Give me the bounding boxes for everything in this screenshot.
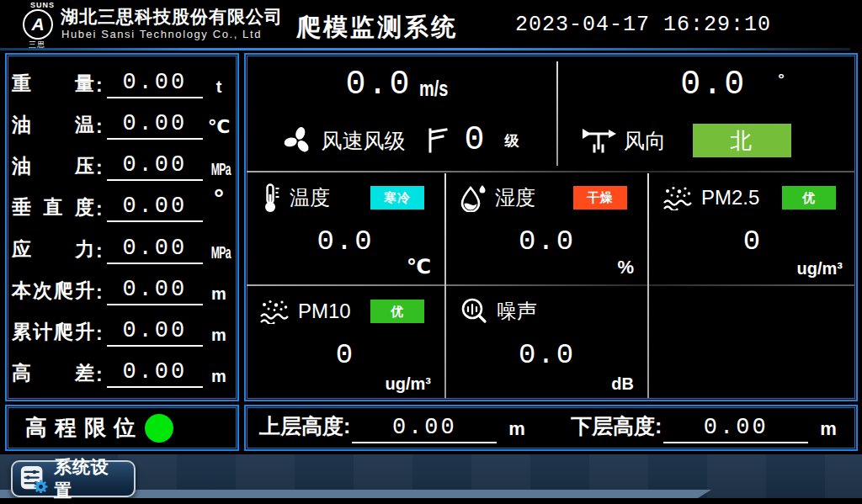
wind-direction-label: 风向 (624, 127, 666, 155)
wind-direction-section: 0.0 ° 风向 北 (558, 55, 856, 171)
wind-direction-value: 0.0 (680, 66, 746, 103)
measure-value: 0.00 (107, 361, 203, 388)
footer-bar: 系统设置 (0, 454, 862, 504)
logo-letter: A (31, 14, 44, 34)
measure-unit: ° (205, 187, 232, 215)
wind-vane-icon (580, 127, 617, 154)
wind-direction-badge: 北 (693, 124, 791, 157)
env-unit: ℃ (407, 255, 431, 279)
wind-direction-unit: ° (778, 70, 785, 88)
env-value: 0.0 (247, 225, 443, 257)
measure-label: 累计爬升 (12, 319, 94, 350)
status-badge-temperature: 寒冷 (370, 186, 424, 210)
env-unit: dB (611, 374, 634, 394)
environment-panel: 0.0 m/s 风速风级 (244, 53, 858, 401)
measure-label: 高 差 (12, 360, 94, 391)
env-value: 0 (247, 339, 443, 371)
upper-height-group: 上层高度: 0.00 m (259, 412, 525, 443)
env-value: 0.0 (448, 339, 646, 371)
measure-unit: m (205, 326, 232, 350)
colon: : (96, 363, 103, 386)
env-unit: ug/m³ (386, 374, 431, 394)
measure-unit: m (205, 367, 232, 391)
env-cell-pm25: PM2.5 优 0 ug/m³ (651, 173, 854, 284)
status-badge-humidity: 干燥 (573, 186, 627, 210)
measure-label: 油 温 (12, 112, 94, 143)
measurements-panel: 重 量: 0.00 t 油 温: 0.00 ℃ 油 压: 0.00 MPa 垂直… (5, 53, 239, 401)
env-value: 0 (651, 225, 854, 257)
colon: : (96, 198, 103, 220)
upper-height-value: 0.00 (352, 416, 497, 443)
sliders-gear-icon (19, 464, 48, 493)
measure-row-current-climb: 本次爬升: 0.00 m (12, 270, 232, 309)
measure-unit: ℃ (205, 116, 232, 143)
particles-icon (662, 185, 693, 210)
elevation-limit-box: 高程限位 (5, 405, 239, 451)
wind-level-unit: 级 (505, 131, 519, 151)
system-settings-button[interactable]: 系统设置 (11, 460, 136, 497)
monitoring-screen: SUNS A 三思 湖北三思科技股份有限公司 Hubei Sansi Techn… (0, 0, 862, 504)
header-accent-line (0, 48, 850, 50)
fan-icon (282, 125, 314, 157)
green-circle-light (145, 414, 173, 443)
measure-row-weight: 重 量: 0.00 t (12, 63, 232, 102)
thermometer-icon (259, 183, 281, 213)
wind-speed-section: 0.0 m/s 风速风级 (246, 55, 556, 171)
measure-unit: MPa (211, 159, 227, 184)
measure-unit: MPa (211, 242, 227, 268)
wind-flag-icon (427, 127, 449, 154)
lower-height-value: 0.00 (663, 416, 808, 443)
upper-height-unit: m (508, 418, 525, 443)
env-cell-pm10: PM10 优 0 ug/m³ (247, 287, 443, 399)
lower-height-group: 下层高度: 0.00 m (571, 412, 837, 443)
measure-value: 0.00 (107, 195, 203, 222)
measure-row-verticality: 垂直度: 0.00 ° (12, 187, 232, 225)
measure-label: 重 量 (12, 71, 94, 102)
company-logo-icon: A (23, 9, 53, 40)
env-cell-noise: 噪声 0.0 dB (448, 287, 646, 399)
colon: : (96, 281, 103, 304)
status-badge-pm10: 优 (370, 300, 424, 323)
env-cell-empty (651, 287, 854, 399)
measure-label: 垂直度 (12, 194, 94, 225)
wind-speed-label: 风速风级 (321, 127, 405, 155)
env-label: 温度 (290, 184, 330, 211)
env-value: 0.0 (448, 225, 646, 257)
measure-value: 0.00 (107, 154, 203, 181)
env-unit: ug/m³ (797, 259, 843, 279)
env-unit: % (617, 257, 634, 279)
page-title: 爬模监测系统 (296, 11, 458, 45)
measure-label: 本次爬升 (12, 278, 94, 309)
wind-level-value: 0 (464, 124, 484, 157)
env-label: 湿度 (495, 184, 535, 211)
colon: : (96, 240, 103, 263)
header: SUNS A 三思 湖北三思科技股份有限公司 Hubei Sansi Techn… (0, 0, 862, 48)
env-label: PM2.5 (701, 186, 759, 210)
measure-unit: m (205, 284, 232, 309)
measure-value: 0.00 (107, 113, 203, 140)
measure-unit: t (205, 77, 232, 102)
measure-value: 0.00 (107, 237, 203, 264)
company-name-en: Hubei Sansi Technology Co., Ltd (61, 28, 262, 40)
particles-icon (259, 299, 290, 324)
measure-label: 油 压 (12, 153, 94, 184)
elevation-limit-label: 高程限位 (25, 413, 143, 443)
measure-row-stress: 应 力: 0.00 MPa (12, 229, 232, 268)
company-name-cn: 湖北三思科技股份有限公司 (61, 5, 283, 29)
settings-button-label: 系统设置 (54, 455, 127, 502)
measure-value: 0.00 (107, 72, 203, 98)
grid-divider-horizontal-1 (247, 171, 855, 172)
lower-height-unit: m (820, 418, 837, 443)
logo-brand-top: SUNS (30, 1, 55, 9)
grid-divider-vertical-1 (444, 173, 446, 398)
measure-label: 应 力 (12, 236, 94, 268)
wind-speed-value: 0.0 (345, 66, 411, 103)
measure-row-height-diff: 高 差: 0.00 m (12, 353, 232, 391)
colon: : (96, 322, 103, 345)
lower-height-label: 下层高度: (571, 412, 662, 443)
measure-value: 0.00 (107, 320, 203, 347)
datetime-display: 2023-04-17 16:29:10 (515, 13, 771, 37)
grid-divider-horizontal-2 (247, 284, 855, 286)
grid-divider-vertical-2 (647, 173, 649, 398)
colon: : (96, 74, 103, 97)
